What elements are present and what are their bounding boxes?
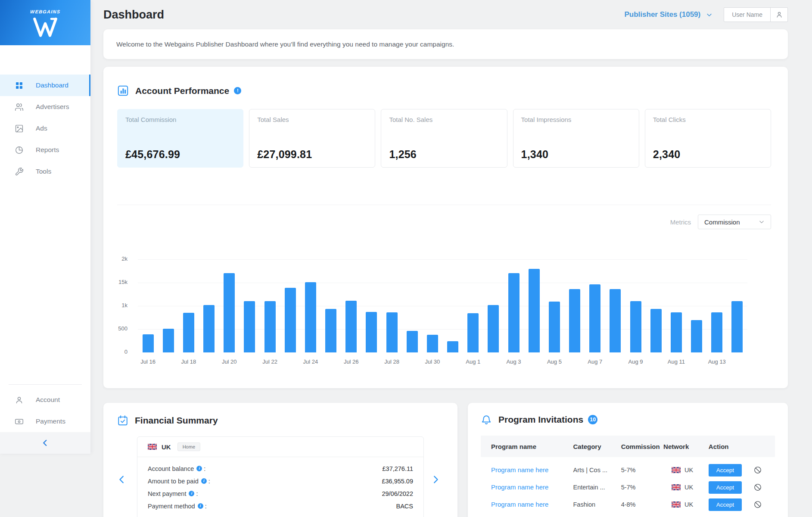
chart-bar-aug-14 <box>731 301 743 352</box>
stat-value: 1,340 <box>521 148 631 161</box>
column-header-category: Category <box>573 443 621 450</box>
y-axis-label: 1k <box>111 302 128 308</box>
sidebar-collapse-button[interactable] <box>0 432 90 454</box>
sidebar-item-payments[interactable]: Payments <box>0 411 90 432</box>
stat-value: £27,099.81 <box>257 148 367 161</box>
publisher-sites-dropdown[interactable]: Publisher Sites (1059) <box>625 10 713 19</box>
column-header-program-name: Program name <box>491 443 573 450</box>
publisher-sites-label: Publisher Sites (1059) <box>625 10 701 19</box>
welcome-message: Welcome to the Webgains Publisher Dashbo… <box>116 40 454 48</box>
financial-row-value: £36,955.09 <box>382 478 413 485</box>
chart-bar-aug-11 <box>671 312 682 352</box>
bar-chart-icon <box>117 85 129 97</box>
chart-gridline <box>138 259 747 260</box>
x-axis-label: Jul 16 <box>134 358 162 365</box>
invitations-table-body: Program name hereArts | Cos ...5-7%UKAcc… <box>481 461 775 513</box>
stat-card-total-sales[interactable]: Total Sales£27,099.81 <box>249 109 375 168</box>
stat-label: Total Commission <box>125 116 235 123</box>
accept-button[interactable]: Accept <box>709 481 742 494</box>
sidebar-item-label: Dashboard <box>36 81 68 89</box>
chart-bar-jul-21 <box>244 301 255 352</box>
main-content: Dashboard Publisher Sites (1059) User Na… <box>90 0 812 517</box>
x-axis-label: Aug 5 <box>541 358 568 365</box>
stat-card-total-commission[interactable]: Total Commission£45,676.99 <box>117 109 243 168</box>
program-name-link[interactable]: Program name here <box>491 466 548 473</box>
chart-bar-aug-5 <box>549 302 560 352</box>
sidebar-item-dashboard[interactable]: Dashboard <box>0 75 90 96</box>
chart-bar-aug-6 <box>569 289 580 352</box>
sidebar-item-tools[interactable]: Tools <box>0 161 90 182</box>
bell-icon <box>481 414 492 425</box>
advertisers-icon <box>15 103 24 112</box>
invitation-row: Program name hereFashion4-8%UKAccept <box>481 496 775 513</box>
carousel-prev-button[interactable] <box>117 473 130 486</box>
block-icon[interactable] <box>753 466 762 474</box>
x-axis-label: Jul 18 <box>175 358 202 365</box>
sidebar-item-advertisers[interactable]: Advertisers <box>0 96 90 118</box>
uk-flag-icon <box>672 484 681 490</box>
stat-card-total-impressions[interactable]: Total Impressions1,340 <box>513 109 639 168</box>
chevron-down-icon <box>759 219 765 225</box>
sidebar: WEBGAINS DashboardAdvertisersAdsReportsT… <box>0 0 90 454</box>
stat-card-total-clicks[interactable]: Total Clicks2,340 <box>645 109 771 168</box>
sidebar-item-ads[interactable]: Ads <box>0 118 90 139</box>
info-icon[interactable]: i <box>198 503 203 509</box>
y-axis-label: 500 <box>111 325 128 332</box>
program-category: Arts | Cos ... <box>573 467 621 473</box>
x-axis-label: Jul 22 <box>256 358 284 365</box>
chevron-left-icon <box>117 475 127 484</box>
stat-label: Total No. Sales <box>389 116 499 123</box>
financial-row-value: 29/06/2022 <box>382 490 413 497</box>
stat-card-total-no-sales[interactable]: Total No. Sales1,256 <box>381 109 507 168</box>
block-icon[interactable] <box>753 500 762 509</box>
account-icon <box>15 396 24 405</box>
metrics-select[interactable]: Commission <box>698 215 771 229</box>
accept-button[interactable]: Accept <box>709 498 742 511</box>
x-axis-label: Aug 9 <box>622 358 650 365</box>
carousel-next-button[interactable] <box>431 473 444 486</box>
sidebar-item-reports[interactable]: Reports <box>0 139 90 161</box>
program-invitations-title: Program Invitations <box>498 414 583 425</box>
column-header-network: Network <box>663 443 709 450</box>
webgains-logo: WEBGAINS <box>0 0 90 45</box>
page-title: Dashboard <box>103 8 164 22</box>
financial-row-label: Payment method <box>148 503 195 510</box>
chart-bar-jul-26 <box>345 301 357 352</box>
program-category: Entertain ... <box>573 484 621 491</box>
uk-flag-icon <box>148 444 157 450</box>
financial-row-payment-method: Payment methodi:BACS <box>148 500 413 512</box>
stats-row: Total Commission£45,676.99Total Sales£27… <box>117 109 771 168</box>
program-name-link[interactable]: Program name here <box>491 501 548 508</box>
info-icon[interactable]: i <box>189 491 194 496</box>
chart-bar-jul-17 <box>163 329 174 352</box>
x-axis-label: Aug 7 <box>581 358 609 365</box>
account-performance-title: Account Performance <box>135 86 229 96</box>
user-menu[interactable]: User Name <box>724 7 788 22</box>
sidebar-item-account[interactable]: Account <box>0 389 90 411</box>
ads-icon <box>15 124 24 133</box>
block-icon[interactable] <box>753 483 762 492</box>
financial-rows: Account balancei:£37,276.11Amount to be … <box>137 457 423 512</box>
chevron-left-icon <box>41 439 49 447</box>
stat-label: Total Sales <box>257 116 367 123</box>
program-network: UK <box>684 501 693 508</box>
home-badge: Home <box>177 442 200 451</box>
metrics-selected-value: Commission <box>704 218 740 226</box>
metrics-label: Metrics <box>670 218 691 226</box>
program-commission: 4-8% <box>621 501 663 508</box>
chart-bar-aug-1 <box>467 313 479 352</box>
y-axis-label: 0 <box>111 349 128 355</box>
sidebar-item-label: Account <box>36 396 60 404</box>
sidebar-item-label: Ads <box>36 125 47 132</box>
program-name-link[interactable]: Program name here <box>491 483 548 491</box>
x-axis-label: Jul 26 <box>337 358 365 365</box>
info-icon[interactable]: i <box>196 466 202 471</box>
uk-flag-icon <box>672 467 681 473</box>
accept-button[interactable]: Accept <box>709 464 742 477</box>
chart-bar-jul-22 <box>264 301 276 352</box>
chart-bar-aug-2 <box>488 305 499 352</box>
info-icon[interactable]: i <box>201 478 207 484</box>
chart-bar-jul-31 <box>447 341 458 352</box>
stat-label: Total Clicks <box>653 116 763 123</box>
info-badge[interactable]: ! <box>234 87 241 94</box>
